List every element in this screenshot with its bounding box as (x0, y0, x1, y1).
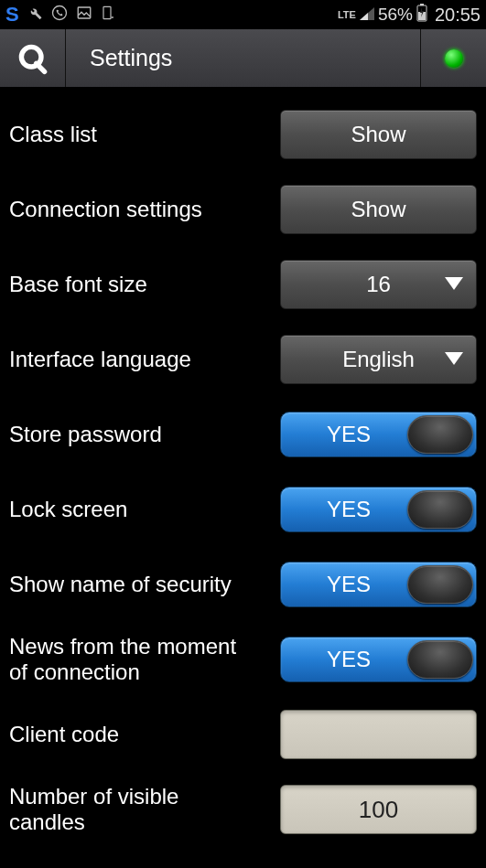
row-visible-candles: Number of visible candles 100 (9, 772, 477, 847)
row-news-from-connection: News from the moment of connection YES (9, 622, 477, 697)
network-type: LTE (338, 10, 356, 20)
row-client-code: Client code (9, 697, 477, 772)
toggle-thumb (407, 415, 473, 454)
chevron-down-icon (445, 272, 463, 297)
toggle-thumb (407, 565, 473, 604)
status-left: S (5, 3, 114, 27)
toggle-thumb (407, 490, 473, 529)
news-from-connection-toggle[interactable]: YES (280, 637, 477, 682)
label-client-code: Client code (9, 722, 260, 747)
base-font-size-dropdown[interactable]: 16 (280, 260, 477, 309)
label-news-from-connection: News from the moment of connection (9, 634, 260, 684)
viber-icon (50, 4, 69, 27)
clock: 20:55 (435, 5, 481, 26)
label-base-font-size: Base font size (9, 272, 260, 297)
interface-language-dropdown[interactable]: English (280, 335, 477, 384)
connection-status[interactable] (420, 29, 486, 87)
label-show-name-security: Show name of security (9, 572, 260, 597)
row-lock-screen: Lock screen YES (9, 472, 477, 547)
row-class-list: Class list Show (9, 97, 477, 172)
label-connection-settings: Connection settings (9, 197, 260, 222)
client-code-input[interactable] (280, 710, 477, 759)
row-show-name-security: Show name of security YES (9, 547, 477, 622)
android-status-bar: S LTE 56% 20:55 (0, 0, 486, 29)
app-title-bar: Settings (0, 29, 486, 88)
svg-rect-1 (78, 7, 91, 18)
picture-icon (76, 5, 92, 26)
store-password-toggle[interactable]: YES (280, 412, 477, 457)
row-connection-settings: Connection settings Show (9, 172, 477, 247)
svg-rect-4 (420, 4, 424, 5)
base-font-size-value: 16 (366, 272, 391, 297)
connection-settings-show-button[interactable]: Show (280, 185, 477, 234)
s-app-icon: S (5, 3, 19, 27)
chevron-down-icon (445, 347, 463, 372)
label-store-password: Store password (9, 422, 260, 447)
label-interface-language: Interface language (9, 347, 260, 372)
signal-icon (360, 5, 374, 25)
class-list-show-button[interactable]: Show (280, 110, 477, 159)
visible-candles-input[interactable]: 100 (280, 785, 477, 834)
status-dot-icon (445, 49, 463, 68)
lock-screen-toggle[interactable]: YES (280, 487, 477, 532)
row-base-font-size: Base font size 16 (9, 247, 477, 322)
label-class-list: Class list (9, 122, 260, 147)
row-interface-language: Interface language English (9, 322, 477, 397)
interface-language-value: English (342, 347, 415, 372)
status-right: LTE 56% 20:55 (338, 4, 481, 27)
wrench-icon (27, 5, 43, 26)
show-name-security-toggle[interactable]: YES (280, 562, 477, 607)
row-store-password: Store password YES (9, 397, 477, 472)
battery-percentage: 56% (378, 5, 413, 25)
label-lock-screen: Lock screen (9, 497, 260, 522)
device-icon (100, 4, 114, 27)
svg-point-0 (52, 5, 66, 19)
settings-list: Class list Show Connection settings Show… (0, 88, 486, 847)
page-title: Settings (66, 29, 420, 87)
svg-rect-2 (103, 6, 111, 18)
app-logo[interactable] (0, 29, 66, 87)
q-logo-icon (16, 42, 49, 75)
battery-icon (416, 4, 427, 27)
label-visible-candles: Number of visible candles (9, 784, 260, 834)
toggle-thumb (407, 640, 473, 679)
